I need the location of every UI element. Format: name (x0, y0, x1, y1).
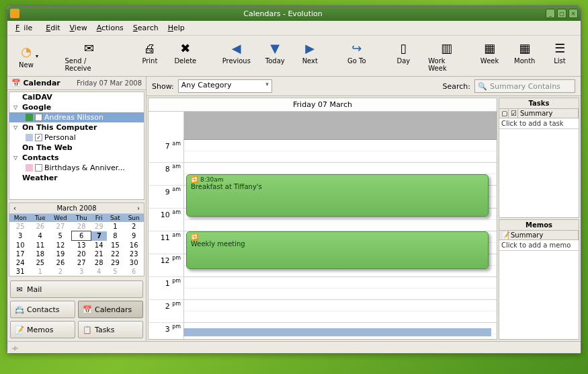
memos-col-icon[interactable]: 📝 (499, 231, 509, 239)
calendar-event[interactable]: 🔁8:30amBreakfast at Tiffany's (186, 174, 489, 217)
source-group[interactable]: ▽Contacts (9, 153, 144, 163)
minical-day[interactable]: 25 (31, 258, 49, 267)
source-group[interactable]: Weather (9, 173, 144, 183)
minical-day[interactable]: 21 (91, 250, 107, 258)
tasks-col-summary[interactable]: Summary (518, 109, 579, 118)
minical-day[interactable]: 18 (31, 250, 49, 258)
source-group[interactable]: CalDAV (9, 92, 144, 102)
source-group[interactable]: ▽Google (9, 102, 144, 112)
tasks-col-complete-icon[interactable]: ▢ (499, 109, 509, 118)
next-button[interactable]: ▶Next (293, 38, 327, 73)
allday-area[interactable] (183, 112, 497, 140)
calendar-event[interactable]: 🔁Weekly meeting (186, 231, 489, 269)
minical-day[interactable]: 13 (72, 241, 91, 250)
menu-file[interactable]: File (11, 22, 40, 34)
minical-day[interactable]: 10 (9, 241, 31, 250)
month-view-button[interactable]: ▦Month (508, 38, 542, 73)
source-calendar[interactable]: ✓Personal (9, 133, 144, 143)
minical-day[interactable]: 5 (49, 231, 71, 241)
minical-day[interactable]: 26 (31, 222, 49, 231)
switcher-tasks[interactable]: 📋Tasks (78, 321, 143, 338)
minical-day[interactable]: 24 (9, 258, 31, 267)
minical-day[interactable]: 31 (9, 267, 31, 276)
switcher-mail[interactable]: ✉Mail (10, 280, 143, 298)
minical-day[interactable]: 20 (72, 250, 91, 258)
maximize-button[interactable]: ▢ (557, 9, 566, 18)
sidebar: 📅 Calendar Friday 07 Mar 2008 CalDAV▽Goo… (7, 77, 146, 341)
minical-day[interactable]: 16 (124, 241, 144, 250)
minical-day[interactable]: 27 (49, 222, 71, 231)
week-view-button[interactable]: ▦Week (473, 38, 507, 73)
minical-day[interactable]: 3 (9, 231, 31, 241)
time-grid[interactable]: 7 am8 am9 am10 am11 am12 pm1 pm2 pm3 pm … (149, 140, 497, 339)
memos-col-summary[interactable]: Summary (509, 231, 579, 239)
minical-day[interactable]: 2 (49, 267, 71, 276)
statusbar-grip-icon[interactable]: ⟛ (11, 343, 19, 352)
close-button[interactable]: × (569, 9, 578, 18)
goto-button[interactable]: ↪Go To (340, 38, 374, 73)
send-receive-button[interactable]: ✉Send / Receive (58, 38, 120, 73)
minical-day[interactable]: 2 (124, 222, 144, 231)
minical-day[interactable]: 23 (124, 250, 144, 258)
minical-day[interactable]: 27 (72, 258, 91, 267)
list-view-button[interactable]: ☰List (543, 38, 577, 73)
minical-day[interactable]: 1 (107, 222, 124, 231)
show-category-combo[interactable]: Any Category (178, 79, 272, 93)
minical-day[interactable]: 22 (107, 250, 124, 258)
search-input[interactable]: 🔍Summary Contains (474, 79, 575, 93)
minical-day[interactable]: 8 (107, 231, 124, 241)
source-calendar[interactable]: ✓Andreas Nilsson (9, 112, 144, 122)
minical-day[interactable]: 3 (72, 267, 91, 276)
minical-day[interactable]: 14 (91, 241, 107, 250)
minical-day[interactable]: 29 (107, 258, 124, 267)
switcher-contacts[interactable]: 📇Contacts (10, 301, 75, 318)
menu-help[interactable]: Help (164, 22, 189, 34)
day-view-button[interactable]: ▯Day (386, 38, 420, 73)
day-view[interactable]: Friday 07 March 7 am8 am9 am10 am11 am12… (148, 98, 497, 340)
minical-day[interactable]: 25 (9, 222, 31, 231)
delete-button[interactable]: ✖Delete (168, 38, 203, 73)
minical-day[interactable]: 29 (91, 222, 107, 231)
workweek-view-button[interactable]: ▥Work Week (421, 38, 471, 73)
minical-day[interactable]: 7 (91, 231, 107, 241)
switcher-memos[interactable]: 📝Memos (10, 321, 75, 338)
previous-button[interactable]: ◀Previous (216, 38, 257, 73)
memos-add-row[interactable]: Click to add a memo (499, 240, 579, 251)
tasks-add-row[interactable]: Click to add a task (499, 118, 579, 129)
source-group[interactable]: ▽On This Computer (9, 122, 144, 133)
minical-day[interactable]: 26 (49, 258, 71, 267)
switcher-calendars[interactable]: 📅Calendars (78, 301, 143, 318)
source-group[interactable]: On The Web (9, 143, 144, 153)
menu-view[interactable]: View (66, 22, 91, 34)
titlebar[interactable]: Calendars - Evolution _ ▢ × (7, 6, 581, 21)
tasks-col-check-icon[interactable]: ☑ (509, 109, 518, 118)
new-button[interactable]: ◔New ▾ (11, 38, 45, 73)
source-calendar[interactable]: Birthdays & Anniver... (9, 163, 144, 173)
minical-day[interactable]: 5 (107, 267, 124, 276)
minical-day[interactable]: 9 (124, 231, 144, 241)
menu-edit[interactable]: Edit (42, 22, 64, 34)
minical-day[interactable]: 15 (107, 241, 124, 250)
minical-day[interactable]: 11 (31, 241, 49, 250)
mini-calendar[interactable]: ‹ March 2008 › MonTueWedThuFriSatSun2526… (9, 202, 144, 276)
minimize-button[interactable]: _ (546, 9, 555, 18)
today-button[interactable]: ▼Today (258, 38, 292, 73)
menu-search[interactable]: Search (129, 22, 163, 34)
calendar-source-list[interactable]: CalDAV▽Google✓Andreas Nilsson▽On This Co… (9, 91, 144, 200)
minical-day[interactable]: 17 (9, 250, 31, 258)
minical-day[interactable]: 4 (91, 267, 107, 276)
minical-day[interactable]: 28 (91, 258, 107, 267)
minical-day[interactable]: 6 (72, 231, 91, 241)
minical-prev[interactable]: ‹ (13, 204, 16, 212)
minical-day[interactable]: 1 (31, 267, 49, 276)
minical-day[interactable]: 4 (31, 231, 49, 241)
minical-day[interactable]: 19 (49, 250, 71, 258)
minical-day[interactable]: 12 (49, 241, 71, 250)
menu-actions[interactable]: Actions (93, 22, 128, 34)
print-button[interactable]: 🖨Print (133, 38, 167, 73)
minical-day[interactable]: 6 (124, 267, 144, 276)
minical-next[interactable]: › (137, 204, 140, 212)
minical-day[interactable]: 30 (124, 258, 144, 267)
minical-title: March 2008 (56, 204, 96, 212)
minical-day[interactable]: 28 (72, 222, 91, 231)
